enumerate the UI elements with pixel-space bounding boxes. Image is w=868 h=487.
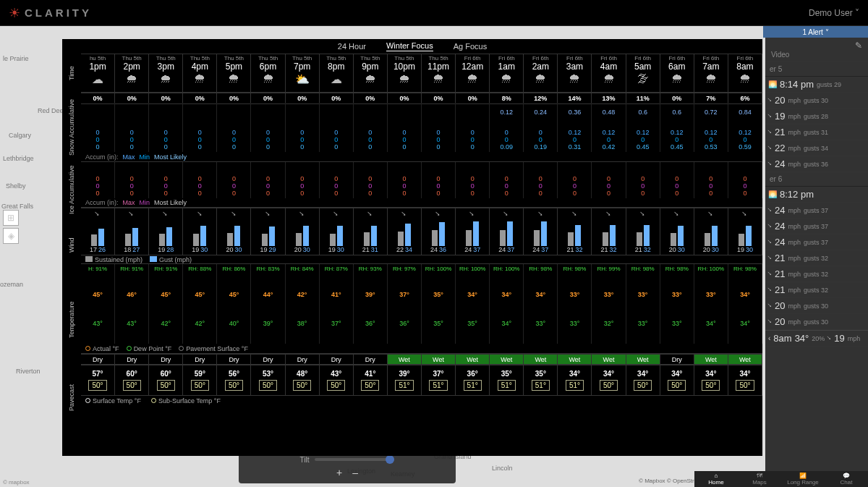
wind-cell: ↑ 2436	[422, 208, 456, 255]
weather-icon: 🌨	[603, 72, 615, 85]
hour-header: Fri 6th12am 🌨	[456, 54, 490, 93]
temp-cell: 37°36°	[388, 274, 422, 344]
legend-pave-temp: Pavement Surface °F	[186, 345, 248, 352]
hour-header: Thu 5th9pm 🌧	[354, 54, 388, 93]
hour-header: Thu 5th6pm 🌨	[251, 54, 285, 93]
hour-header: Fri 6th5am 🌫	[626, 54, 660, 93]
temp-cell: 34°34°	[490, 274, 524, 344]
map-tool-1[interactable]: ⊞	[3, 210, 19, 226]
wind-dir-icon: ↑	[766, 144, 774, 152]
tab-winter-focus[interactable]: Winter Focus	[386, 41, 433, 51]
snow-cell: 0.6 0.12 0 0.45	[660, 103, 694, 152]
rh-cell: RH: 83%	[251, 264, 285, 274]
weather-icon: 🌨	[569, 72, 580, 85]
wind-cell: ↑ 2132	[626, 208, 660, 255]
wind-dir-icon: ↑	[766, 206, 774, 214]
wind-dir-icon: ↑	[766, 302, 774, 310]
sunset-time: 8:12 pm	[780, 189, 814, 200]
wind-cell: ↑ 2030	[660, 208, 694, 255]
snow-cell: 0.24 0 0 0.19	[524, 103, 558, 152]
pave-cell: 48°50°	[286, 364, 320, 396]
nav-home[interactable]: ⌂Home	[694, 471, 738, 487]
wind-dir-icon: ↑	[766, 286, 774, 294]
rh-cell: H: 91%	[81, 264, 115, 274]
weather-icon: 🌧	[126, 72, 137, 85]
wind-cell: ↑ 1930	[728, 208, 762, 255]
sidebar-wind-row: ↑ 24mph gusts 37	[765, 219, 868, 234]
wind-dir-icon: ↑	[766, 96, 774, 104]
rh-cell: RH: 100%	[456, 264, 490, 274]
temp-cell: 34°34°	[728, 274, 762, 344]
snow-cell: 0 0 0	[388, 103, 422, 152]
nav-longrange[interactable]: 📶Long Range	[781, 471, 825, 487]
nav-chat[interactable]: 💬Chat	[825, 471, 868, 487]
tab-24hour[interactable]: 24 Hour	[338, 42, 366, 51]
temp-cell: 39°36°	[354, 274, 388, 344]
rh-cell: RH: 98%	[524, 264, 558, 274]
temp-cell: 45°40°	[217, 274, 251, 344]
wind-cell: ↑ 2234	[388, 208, 422, 255]
wind-cell: ↑ 1930	[183, 208, 217, 255]
zoom-out[interactable]: –	[352, 467, 358, 478]
ice-cell: 0 0 0	[456, 162, 490, 198]
pave-cell: 34°50°	[694, 364, 728, 396]
wind-cell: ↑ 1726	[81, 208, 115, 255]
sidebar-wind-row: ↑ 20mph gusts 30	[765, 314, 868, 330]
sidebar-foot-temp: 34°	[795, 333, 809, 344]
user-name: Demo User	[809, 8, 853, 18]
sidebar-wind-row: ↑ 20mph gusts 30	[765, 93, 868, 109]
wind-dir-icon: ↑	[766, 254, 774, 262]
alert-banner[interactable]: 1 Alert ˅	[763, 26, 868, 38]
wind-cell: ↑ 2437	[524, 208, 558, 255]
rh-cell: RH: 98%	[558, 264, 592, 274]
wind-dir-icon: ↑	[707, 210, 715, 219]
tilt-slider[interactable]	[315, 458, 394, 461]
weather-icon: ⛅	[295, 72, 310, 86]
legend-sustained: Sustained (mph)	[95, 256, 142, 263]
weather-icon: 🌨	[501, 72, 512, 85]
hour-header: Fri 6th8am 🌨	[728, 54, 762, 93]
sidebar-wind-row: ↑ 21mph gusts 32	[765, 282, 868, 298]
hour-header: Thu 5th2pm 🌧	[115, 54, 149, 93]
tab-ag-focus[interactable]: Ag Focus	[454, 42, 487, 51]
weather-icon: 🌨	[263, 72, 274, 85]
legend-actual: Actual °F	[93, 345, 119, 352]
weather-icon: 🌨	[467, 72, 478, 85]
pave-cell: 60°50°	[149, 364, 183, 396]
mapbox-logo: © mapbox	[3, 479, 30, 486]
sidebar-wind-row: ↑ 21mph gusts 32	[765, 266, 868, 282]
rowlabel-temp: Temperature	[62, 274, 81, 366]
ice-cell: 0 0 0	[354, 162, 388, 198]
weather-icon: 🌧	[399, 72, 410, 85]
user-menu[interactable]: Demo User ˅	[809, 8, 859, 18]
legend-surf: Surface Temp °F	[93, 397, 141, 405]
video-tab[interactable]: Video	[765, 51, 868, 62]
weather-icon: 🌧	[160, 72, 171, 85]
rh-cell: RH: 91%	[149, 264, 183, 274]
wind-cell: ↑ 1928	[149, 208, 183, 255]
wind-dir-icon: ↑	[570, 210, 579, 219]
wind-dir-icon: ↑	[766, 128, 774, 136]
nav-maps[interactable]: 🗺Maps	[738, 471, 781, 487]
wind-dir-icon: ↑	[673, 210, 681, 219]
ice-cell: 0 0 0	[217, 162, 251, 198]
temp-cell: 33°32°	[592, 274, 626, 344]
snow-cell: 0.72 0.12 0 0.53	[694, 103, 728, 152]
ice-cell: 0 0 0	[81, 162, 115, 198]
hour-header: Thu 5th3pm 🌧	[149, 54, 183, 93]
ice-cell: 0 0 0	[592, 162, 626, 198]
wind-dir-icon: ↑	[638, 210, 647, 219]
wind-dir-icon: ↑	[366, 210, 375, 219]
sidebar-wind-row: ↑ 24mph gusts 37	[765, 234, 868, 250]
edit-icon[interactable]: ✎	[855, 41, 862, 51]
hour-header: Thu 5th8pm ☁	[320, 54, 354, 93]
zoom-in[interactable]: +	[336, 467, 342, 478]
rowlabel-pave: Pavecast	[62, 366, 81, 428]
rh-cell: RH: 93%	[354, 264, 388, 274]
wind-cell: ↑ 2131	[354, 208, 388, 255]
snow-cell: 0.84 0.12 0 0.59	[728, 103, 762, 152]
weather-icon: 🌨	[228, 72, 239, 85]
map-tool-2[interactable]: ◈	[3, 228, 19, 244]
snow-cell: 0 0 0	[286, 103, 320, 152]
temp-cell: 41°37°	[320, 274, 354, 344]
